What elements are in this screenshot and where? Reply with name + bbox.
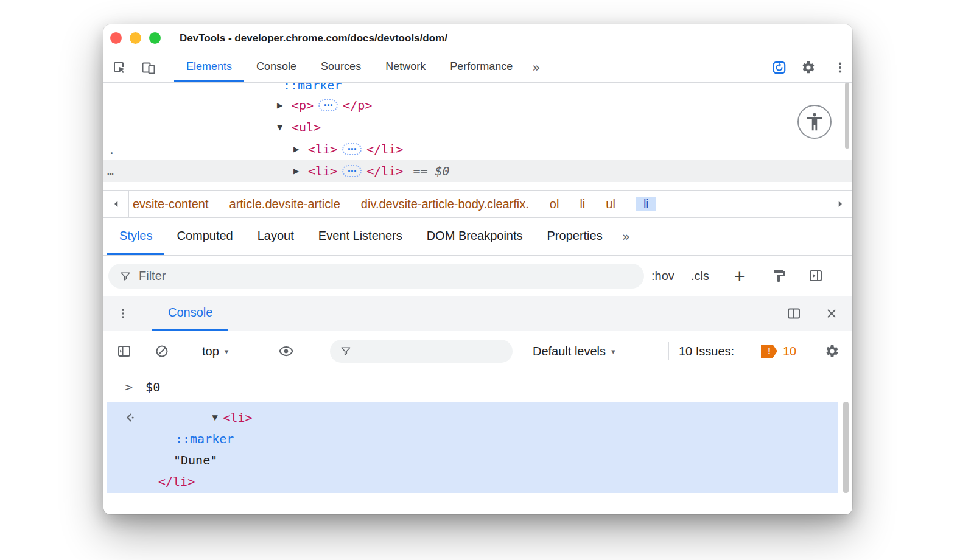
sidebar-tabs: Styles Computed Layout Event Listeners D… <box>103 218 852 256</box>
context-selector[interactable]: top ▾ <box>202 331 228 371</box>
toggle-pseudo-classes-button[interactable]: :hov <box>651 256 674 296</box>
tab-layout[interactable]: Layout <box>245 218 306 255</box>
device-toolbar-icon[interactable] <box>140 59 157 76</box>
tab-sources[interactable]: Sources <box>309 52 373 82</box>
expand-arrow-icon[interactable]: ▶ <box>293 167 308 175</box>
tab-styles[interactable]: Styles <box>107 218 164 255</box>
new-style-rule-button[interactable]: + <box>734 256 745 296</box>
tab-properties[interactable]: Properties <box>535 218 615 255</box>
text-node-value[interactable]: "Dune" <box>173 453 217 467</box>
more-tabs-icon[interactable]: » <box>615 218 637 255</box>
minimize-window-button[interactable] <box>130 32 141 44</box>
window-title: DevTools - developer.chrome.com/docs/dev… <box>180 24 447 52</box>
divider <box>314 342 314 360</box>
li-open-tag[interactable]: <li> <box>308 142 337 156</box>
breadcrumb-item[interactable]: ol <box>550 197 559 211</box>
context-selector-value: top <box>202 345 219 359</box>
breadcrumb-item[interactable]: div.devsite-article-body.clearfix. <box>361 197 529 211</box>
issues-warning-icon[interactable]: ! <box>761 345 777 358</box>
console-node-open-row[interactable]: ▼ <li> <box>124 407 253 428</box>
console-drawer-header: Console <box>103 296 852 331</box>
accessibility-icon[interactable] <box>797 105 832 139</box>
li-close-tag[interactable]: </li> <box>158 474 195 489</box>
issues-label[interactable]: 10 Issues: <box>679 331 734 371</box>
console-settings-gear-icon[interactable] <box>824 343 841 360</box>
console-filter-input[interactable] <box>330 340 513 363</box>
kebab-menu-icon[interactable] <box>832 59 849 76</box>
drawer-tab-console[interactable]: Console <box>152 296 228 331</box>
li-close-tag[interactable]: </li> <box>366 164 403 178</box>
titlebar: DevTools - developer.chrome.com/docs/dev… <box>103 24 852 52</box>
clear-console-icon[interactable] <box>153 343 170 360</box>
breadcrumb: evsite-content article.devsite-article d… <box>103 190 852 218</box>
sidebar-toggle-icon[interactable] <box>807 267 824 284</box>
tab-event-listeners[interactable]: Event Listeners <box>306 218 415 255</box>
expand-arrow-icon[interactable]: ▶ <box>277 101 292 110</box>
li-open-tag[interactable]: <li> <box>223 410 252 425</box>
issues-count[interactable]: 10 <box>783 331 796 371</box>
tree-row-li-selected[interactable]: ▶ <li> ⋯ </li> == $0 <box>293 160 450 182</box>
breadcrumb-item[interactable]: evsite-content <box>133 197 209 211</box>
gutter-dot: . <box>108 144 115 156</box>
breadcrumb-item[interactable]: ul <box>606 197 615 211</box>
filter-placeholder: Filter <box>139 269 166 283</box>
console-scrollbar[interactable] <box>843 402 849 493</box>
tab-network[interactable]: Network <box>373 52 438 82</box>
tree-row-ul[interactable]: ▼ <ul> <box>277 116 321 138</box>
tree-row-p[interactable]: ▶ <p> ⋯ </p> <box>277 94 372 116</box>
li-close-tag[interactable]: </li> <box>366 142 403 156</box>
breadcrumb-scroll-left-icon[interactable] <box>103 191 129 217</box>
tab-computed[interactable]: Computed <box>164 218 245 255</box>
breadcrumb-item[interactable]: article.devsite-article <box>229 197 340 211</box>
console-messages: > $0 ▼ <li> ::marker "Dune" <box>103 371 852 514</box>
close-window-button[interactable] <box>110 32 122 44</box>
breadcrumb-item[interactable]: li <box>580 197 585 211</box>
console-node-close-row[interactable]: </li> <box>158 471 195 492</box>
toggle-element-classes-button[interactable]: .cls <box>691 256 709 296</box>
close-drawer-icon[interactable] <box>823 305 840 322</box>
circular-arrow-badge-icon[interactable] <box>771 59 788 76</box>
p-close-tag[interactable]: </p> <box>343 98 372 113</box>
ul-open-tag[interactable]: <ul> <box>292 120 321 135</box>
zoom-window-button[interactable] <box>149 32 161 44</box>
tab-dom-breakpoints[interactable]: DOM Breakpoints <box>415 218 535 255</box>
chevron-down-icon: ▾ <box>225 347 229 356</box>
filter-funnel-icon <box>119 270 131 282</box>
inline-expand-button[interactable]: ⋯ <box>318 99 338 111</box>
console-node-marker-row[interactable]: ::marker <box>175 428 234 449</box>
console-toolbar: top ▾ Default levels ▾ 10 Issues: ! 10 <box>103 331 852 371</box>
breadcrumb-scroll-right-icon[interactable] <box>827 191 852 217</box>
expand-arrow-icon[interactable]: ▶ <box>293 145 308 153</box>
marker-pseudo-element[interactable]: ::marker <box>175 432 234 446</box>
paint-roller-icon[interactable] <box>771 267 788 284</box>
inspect-icon[interactable] <box>111 59 128 76</box>
tree-row-li-1[interactable]: ▶ <li> ⋯ </li> <box>293 138 403 160</box>
panel-tabs: Elements Console Sources Network Perform… <box>174 52 548 82</box>
log-levels-value: Default levels <box>533 345 606 359</box>
marker-pseudo-element[interactable]: ::marker <box>283 83 342 93</box>
tab-elements[interactable]: Elements <box>174 52 244 82</box>
eye-live-expression-icon[interactable] <box>278 343 295 360</box>
settings-gear-icon[interactable] <box>800 59 817 76</box>
styles-filter-input[interactable]: Filter <box>108 264 644 289</box>
tab-performance[interactable]: Performance <box>438 52 525 82</box>
inline-expand-button[interactable]: ⋯ <box>342 165 362 177</box>
collapse-arrow-icon[interactable]: ▼ <box>277 123 292 131</box>
console-node-text-row[interactable]: "Dune" <box>173 449 217 471</box>
li-open-tag[interactable]: <li> <box>308 164 337 178</box>
drawer-kebab-menu-icon[interactable] <box>114 305 131 322</box>
tab-console[interactable]: Console <box>244 52 309 82</box>
gutter-ellipsis: … <box>107 164 114 177</box>
collapse-arrow-icon[interactable]: ▼ <box>212 413 223 422</box>
log-levels-dropdown[interactable]: Default levels ▾ <box>533 331 615 371</box>
tree-scrollbar[interactable] <box>845 83 849 149</box>
more-tabs-icon[interactable]: » <box>525 52 547 82</box>
split-panel-icon[interactable] <box>785 305 802 322</box>
inline-expand-button[interactable]: ⋯ <box>342 143 362 155</box>
dollar-zero-reference: $0 <box>435 164 449 178</box>
filter-funnel-icon <box>340 345 352 357</box>
p-open-tag[interactable]: <p> <box>292 98 314 113</box>
console-node-preview[interactable]: ▼ <li> ::marker "Dune" </li> <box>107 402 838 493</box>
console-sidebar-icon[interactable] <box>116 343 133 360</box>
breadcrumb-item-selected[interactable]: li <box>636 197 656 211</box>
